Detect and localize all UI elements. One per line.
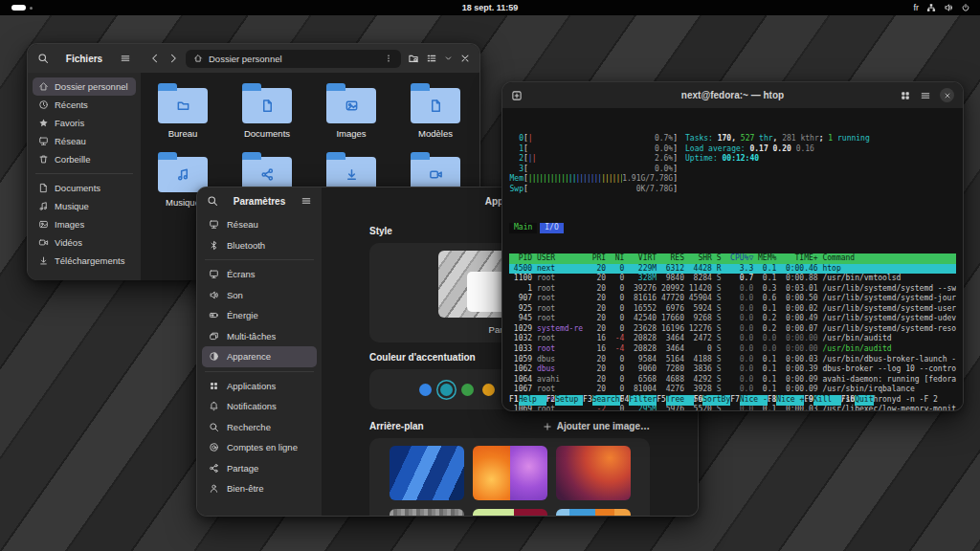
files-sidebar-item-corbeille[interactable]: Corbeille	[33, 150, 136, 168]
search-icon[interactable]	[37, 53, 49, 64]
tab-overview-button[interactable]	[900, 90, 911, 101]
clock[interactable]: 18 sept. 11:59	[462, 0, 519, 15]
settings-sidebar-item-recherche[interactable]: Recherche	[202, 417, 317, 438]
terminal-window: next@fedora:~ — htop 0[|0.7%]1[0.0%]2[||…	[501, 81, 964, 411]
fkey-f3[interactable]: F3Search	[583, 395, 620, 406]
forward-button[interactable]	[167, 53, 179, 64]
fkey-f6[interactable]: F6SortBy	[694, 395, 731, 406]
add-image-button[interactable]: Ajouter une image…	[543, 421, 650, 431]
files-sidebar-item-videos[interactable]: Vidéos	[33, 233, 136, 252]
battery-icon	[209, 310, 219, 320]
home-icon	[38, 81, 49, 92]
terminal-menu-button[interactable]	[920, 90, 931, 101]
settings-sidebar-item-notifications[interactable]: Notifications	[202, 396, 317, 417]
settings-sidebar-item-energie[interactable]: Énergie	[202, 305, 317, 326]
hamburger-menu-icon[interactable]	[120, 53, 131, 64]
settings-sidebar-item-bluetooth[interactable]: Bluetooth	[202, 235, 317, 256]
meter-label: Swp	[509, 185, 523, 195]
process-row-925[interactable]: 925root2001655269765924S0.00.10:00.02/us…	[509, 304, 956, 315]
settings-sidebar-item-partage[interactable]: Partage	[202, 458, 317, 479]
fkey-f5[interactable]: F5Tree	[657, 395, 694, 406]
settings-sidebar-item-bien-etre[interactable]: Bien-être	[202, 478, 317, 499]
process-row-1064[interactable]: 1064avahi200656846884292S0.00.10:00.09av…	[509, 375, 956, 386]
grid-icon	[209, 381, 219, 391]
process-row-1059[interactable]: 1059dbus200958451644188S0.00.10:00.03/us…	[509, 355, 956, 365]
meter-value: 0.0%	[655, 144, 673, 155]
files-sidebar-item-images[interactable]: Images	[33, 215, 136, 233]
wallpaper-orange-violet-gradient[interactable]	[473, 446, 547, 500]
process-row-1062[interactable]: 1062dbus200906072803836S0.00.10:00.39dbu…	[509, 364, 956, 375]
wallpaper-blue-geometric[interactable]	[390, 446, 464, 500]
view-options-chevron-icon[interactable]	[444, 53, 453, 64]
keyboard-layout-indicator[interactable]: fr	[914, 3, 920, 12]
process-row-1069[interactable]: 1069root-20295M59765520S0.00.10:00.03/us…	[509, 405, 956, 410]
wallpaper-blue-orange-mosaic[interactable]	[556, 509, 631, 516]
workspace-indicator[interactable]	[11, 0, 33, 15]
files-headerbar[interactable]: Fichiers Dossier personnel	[28, 44, 479, 73]
settings-sidebar-item-apparence[interactable]: Apparence	[202, 346, 317, 367]
wallpaper-gray-stripes[interactable]	[390, 509, 464, 516]
fkey-f2[interactable]: F2Setup	[546, 395, 584, 406]
process-row-1[interactable]: 1root200392762099211420S0.00.30:03.01/us…	[509, 284, 956, 295]
process-row-4500[interactable]: 4500next200229M63124428R3.30.10:00.46hto…	[509, 264, 956, 275]
accent-color-1[interactable]	[419, 384, 432, 396]
list-view-icon[interactable]	[426, 53, 437, 64]
settings-sidebar-item-comptes-en-ligne[interactable]: Comptes en ligne	[202, 437, 317, 458]
process-row-1100[interactable]: 1100root200328M98408284S0.70.10:00.88/us…	[509, 274, 956, 284]
search-folder-icon[interactable]	[408, 53, 419, 64]
fkey-f1[interactable]: F1Help	[509, 395, 546, 406]
back-button[interactable]	[149, 53, 161, 64]
process-row-1033[interactable]: 1033root16-42082834640S0.00.00:00.00/usr…	[509, 344, 956, 355]
fkey-f10[interactable]: F10Quit	[841, 395, 874, 406]
system-tray[interactable]: fr	[914, 0, 971, 15]
folder-item-documents[interactable]: Documents	[225, 78, 309, 147]
folder-item-bureau[interactable]: Bureau	[141, 78, 225, 147]
files-sidebar: Dossier personnelRécentsFavorisRéseauCor…	[28, 73, 141, 280]
folder-item-images[interactable]: Images	[309, 78, 393, 147]
files-sidebar-item-favoris[interactable]: Favoris	[33, 114, 136, 132]
htop-tab-main[interactable]: Main	[509, 223, 537, 233]
settings-sidebar-item-ecrans[interactable]: Écrans	[202, 264, 317, 285]
meter-value: 2.6%	[655, 154, 673, 165]
meter-bar: ||||||||||||||||||||||||||||	[528, 174, 622, 185]
files-close-button[interactable]	[459, 53, 471, 64]
htop-header-row[interactable]: PIDUSERPRINIVIRTRESSHRSCPU%▽MEM%TIME+Com…	[509, 253, 956, 264]
settings-sidebar-header[interactable]: Paramètres	[202, 187, 317, 214]
files-sidebar-item-dossier-personnel[interactable]: Dossier personnel	[33, 77, 136, 96]
accent-color-3[interactable]	[461, 384, 474, 396]
files-sidebar-item-telechargements[interactable]: Téléchargements	[33, 252, 136, 270]
address-bar[interactable]: Dossier personnel	[186, 50, 401, 68]
htop-screen[interactable]: 0[|0.7%]1[0.0%]2[||2.6%]3[0.0%]Mem[|||||…	[502, 108, 963, 410]
process-row-945[interactable]: 945root20042540176609268S0.00.20:00.49/u…	[509, 314, 956, 324]
files-sidebar-item-reseau[interactable]: Réseau	[33, 132, 136, 150]
settings-sidebar-item-applications[interactable]: Applications	[202, 376, 317, 397]
files-sidebar-item-musique[interactable]: Musique	[33, 197, 136, 215]
settings-sidebar-item-son[interactable]: Son	[202, 285, 317, 306]
fkey-f8[interactable]: F8Nice +	[768, 395, 805, 406]
process-row-1029[interactable]: 1029systemd-re200236281619612276S0.00.20…	[509, 324, 956, 335]
process-row-1032[interactable]: 1032root16-42082834642472S0.00.00:00.00/…	[509, 334, 956, 344]
fkey-f7[interactable]: F7Nice -	[730, 395, 768, 406]
settings-sidebar-item-multi-taches[interactable]: Multi-tâches	[202, 326, 317, 347]
files-sidebar-item-documents[interactable]: Documents	[33, 179, 136, 197]
wallpaper-green-red-split[interactable]	[473, 509, 547, 516]
fkey-f9[interactable]: F9Kill	[804, 395, 841, 406]
at-icon	[209, 442, 219, 452]
process-row-1067[interactable]: 1067root2008100442763928S0.00.10:00.09/u…	[509, 385, 956, 395]
settings-sidebar-item-reseau[interactable]: Réseau	[202, 214, 317, 235]
terminal-close-button[interactable]	[940, 88, 954, 102]
settings-search-icon[interactable]	[207, 195, 218, 207]
speaker-icon	[209, 290, 219, 300]
terminal-headerbar[interactable]: next@fedora:~ — htop	[502, 82, 963, 108]
fkey-f4[interactable]: F4Filter	[620, 395, 657, 406]
accent-color-2[interactable]	[440, 384, 453, 396]
settings-menu-icon[interactable]	[301, 195, 312, 207]
process-row-907[interactable]: 907root200816164772045904S0.00.60:00.50/…	[509, 294, 956, 304]
accent-color-4[interactable]	[482, 384, 495, 396]
folder-item-modeles[interactable]: Modèles	[393, 78, 478, 147]
wallpaper-dark-red-waves[interactable]	[556, 446, 631, 500]
new-tab-button[interactable]	[511, 90, 523, 101]
files-sidebar-item-recents[interactable]: Récents	[33, 96, 136, 114]
kebab-menu-icon[interactable]	[384, 54, 393, 63]
htop-tab-i-o[interactable]: I/O	[540, 223, 563, 233]
